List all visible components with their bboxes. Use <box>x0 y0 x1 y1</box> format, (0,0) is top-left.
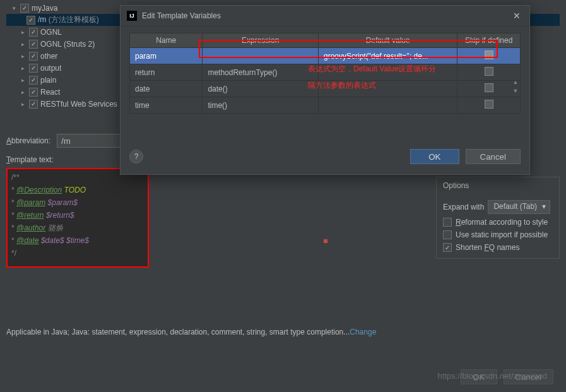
table-header: Name Expression Default value Skip if de… <box>130 33 521 48</box>
cell-expr[interactable]: methodReturnType() <box>203 64 319 81</box>
static-import-option[interactable]: Use static import if possible <box>443 230 553 239</box>
options-panel: Options Expand with Default (Tab) Reform… <box>436 177 560 259</box>
help-button[interactable]: ? <box>129 150 143 163</box>
expand-label: Expand with <box>443 203 484 211</box>
checkbox[interactable]: ✓ <box>29 88 38 97</box>
cell-skip[interactable] <box>457 64 521 81</box>
abbreviation-label: Abbreviation: <box>6 136 50 145</box>
cell-name[interactable]: param <box>130 48 203 64</box>
chevron-right-icon: ▸ <box>19 29 27 35</box>
checkbox[interactable] <box>485 100 493 109</box>
cell-skip[interactable] <box>457 97 521 114</box>
col-expression: Expression <box>203 33 319 48</box>
arrow-down-icon[interactable]: ▼ <box>513 88 519 94</box>
cell-expr[interactable]: time() <box>203 97 319 114</box>
reorder-arrows: ▲ ▼ <box>510 79 521 94</box>
change-link[interactable]: Change <box>350 328 376 336</box>
cell-name[interactable]: return <box>130 64 203 81</box>
col-name: Name <box>130 33 203 48</box>
chevron-right-icon: ▸ <box>19 77 27 83</box>
reformat-option[interactable]: Reformat according to style <box>443 218 553 227</box>
checkbox[interactable]: ✓ <box>29 40 38 49</box>
arrow-up-icon[interactable]: ▲ <box>513 79 519 85</box>
expand-with-select[interactable]: Default (Tab) <box>488 200 550 214</box>
shorten-fq-option[interactable]: ✓Shorten FQ names <box>443 243 553 252</box>
checkbox[interactable] <box>485 67 493 76</box>
checkbox[interactable] <box>443 218 452 227</box>
tree-label: other <box>40 52 57 61</box>
tree-label: OGNL <box>40 28 62 37</box>
tree-label: RESTful Web Services <box>40 100 117 109</box>
checkbox[interactable] <box>443 230 452 239</box>
tree-label: output <box>40 64 61 73</box>
checkbox[interactable]: ✓ <box>29 76 38 85</box>
cell-default[interactable]: groovyScript("def result=''; de... <box>319 48 457 64</box>
cell-expr[interactable] <box>203 48 319 64</box>
chevron-right-icon: ▸ <box>19 53 27 59</box>
tree-label: /m (方法注释模板) <box>38 15 99 25</box>
code-text: /** <box>11 173 20 182</box>
checkbox[interactable]: ✓ <box>29 52 38 61</box>
col-default: Default value <box>319 33 457 48</box>
checkbox[interactable]: ✓ <box>29 100 38 109</box>
table-row[interactable]: param groovyScript("def result=''; de... <box>130 48 521 64</box>
template-text-editor[interactable]: /** * @Description TODO * @param $param$… <box>6 168 149 268</box>
checkbox[interactable]: ✓ <box>29 64 38 73</box>
options-title: Options <box>437 177 559 194</box>
cell-skip[interactable] <box>457 48 521 64</box>
checkbox[interactable]: ✓ <box>27 16 35 25</box>
close-icon[interactable]: ✕ <box>510 11 523 21</box>
applicable-text: Applicable in Java; Java: statement, exp… <box>6 328 560 336</box>
dialog-title: Edit Template Variables <box>142 11 221 20</box>
checkbox[interactable] <box>485 50 493 59</box>
chevron-right-icon: ▸ <box>19 89 27 95</box>
cancel-button[interactable]: Cancel <box>466 149 521 164</box>
checkbox[interactable] <box>485 83 493 92</box>
tree-label: plain <box>40 76 56 85</box>
checkbox[interactable]: ✓ <box>20 4 29 13</box>
cell-default[interactable] <box>319 97 457 114</box>
intellij-icon: IJ <box>127 11 137 21</box>
tree-label: myJava <box>32 4 57 13</box>
expand-with-row: Expand with Default (Tab) <box>443 200 553 214</box>
marker-dot <box>324 239 327 243</box>
checkbox[interactable]: ✓ <box>29 28 38 37</box>
ok-button[interactable]: OK <box>410 149 459 164</box>
chevron-right-icon: ▸ <box>19 101 27 107</box>
col-skip: Skip if defined <box>457 33 521 48</box>
annotation-text: 隔方法参数的表达式 <box>308 80 376 91</box>
cancel-button[interactable]: Cancel <box>504 369 554 384</box>
chevron-right-icon: ▸ <box>19 41 27 47</box>
chevron-right-icon: ▸ <box>19 65 27 71</box>
tree-label: React <box>40 88 60 97</box>
table-row[interactable]: time time() <box>130 97 521 114</box>
ok-button[interactable]: OK <box>461 369 497 384</box>
annotation-text: 表达式为空，Default Value设置循环分 <box>308 63 436 74</box>
checkbox[interactable]: ✓ <box>443 243 452 252</box>
settings-buttons: OK Cancel <box>461 369 553 384</box>
chevron-down-icon: ▾ <box>10 5 18 11</box>
cell-name[interactable]: date <box>130 81 203 97</box>
edit-template-variables-dialog: IJ Edit Template Variables ✕ Name Expres… <box>120 5 530 175</box>
dialog-titlebar[interactable]: IJ Edit Template Variables ✕ <box>121 6 529 27</box>
cell-name[interactable]: time <box>130 97 203 114</box>
tree-label: OGNL (Struts 2) <box>40 40 95 49</box>
cell-expr[interactable]: date() <box>203 81 319 97</box>
